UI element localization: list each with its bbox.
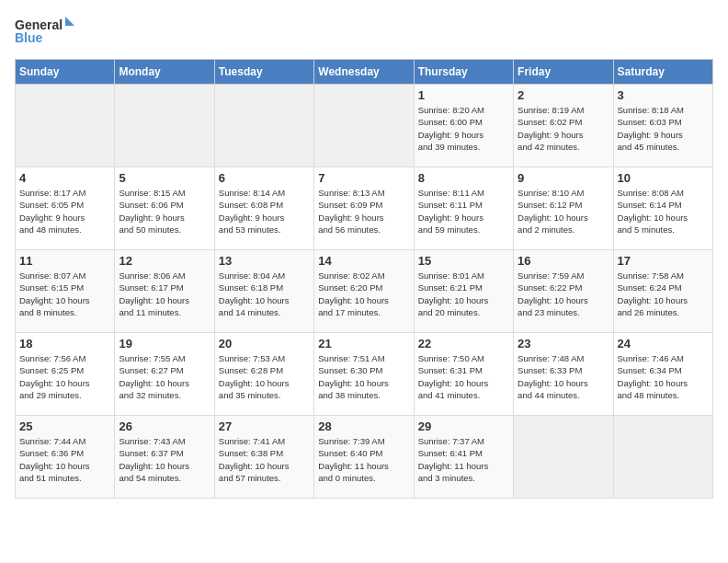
calendar-cell: 4Sunrise: 8:17 AM Sunset: 6:05 PM Daylig… [16,167,115,250]
day-info: Sunrise: 8:15 AM Sunset: 6:06 PM Dayligh… [119,187,210,236]
day-number: 28 [318,419,409,433]
day-info: Sunrise: 7:44 AM Sunset: 6:36 PM Dayligh… [19,435,110,484]
calendar-cell: 22Sunrise: 7:50 AM Sunset: 6:31 PM Dayli… [414,333,513,416]
calendar-cell [115,85,214,167]
calendar-cell: 23Sunrise: 7:48 AM Sunset: 6:33 PM Dayli… [514,333,613,416]
day-info: Sunrise: 7:39 AM Sunset: 6:40 PM Dayligh… [318,435,409,484]
day-number: 23 [518,337,609,350]
page-header: GeneralBlue [15,15,713,48]
calendar-cell: 8Sunrise: 8:11 AM Sunset: 6:11 PM Daylig… [414,167,513,250]
calendar-cell: 1Sunrise: 8:20 AM Sunset: 6:00 PM Daylig… [414,85,513,167]
day-number: 18 [19,337,110,350]
calendar-cell: 12Sunrise: 8:06 AM Sunset: 6:17 PM Dayli… [115,250,214,333]
calendar-week-4: 18Sunrise: 7:56 AM Sunset: 6:25 PM Dayli… [16,333,713,416]
day-info: Sunrise: 8:04 AM Sunset: 6:18 PM Dayligh… [219,270,310,318]
calendar-body: 1Sunrise: 8:20 AM Sunset: 6:00 PM Daylig… [16,85,713,499]
calendar-cell: 6Sunrise: 8:14 AM Sunset: 6:08 PM Daylig… [214,167,313,250]
calendar-cell: 16Sunrise: 7:59 AM Sunset: 6:22 PM Dayli… [514,250,613,333]
day-info: Sunrise: 8:02 AM Sunset: 6:20 PM Dayligh… [318,270,409,318]
day-number: 20 [219,337,310,350]
day-number: 24 [618,337,709,350]
calendar-cell [613,416,712,499]
day-number: 17 [618,254,709,268]
calendar-cell: 3Sunrise: 8:18 AM Sunset: 6:03 PM Daylig… [613,85,712,167]
calendar-cell: 2Sunrise: 8:19 AM Sunset: 6:02 PM Daylig… [514,85,613,167]
day-info: Sunrise: 7:48 AM Sunset: 6:33 PM Dayligh… [518,352,609,401]
calendar-cell: 24Sunrise: 7:46 AM Sunset: 6:34 PM Dayli… [613,333,712,416]
svg-marker-1 [65,17,74,26]
calendar-week-2: 4Sunrise: 8:17 AM Sunset: 6:05 PM Daylig… [16,167,713,250]
day-info: Sunrise: 8:11 AM Sunset: 6:11 PM Dayligh… [418,187,509,236]
day-number: 21 [318,337,409,350]
day-number: 15 [418,254,509,268]
calendar-cell: 21Sunrise: 7:51 AM Sunset: 6:30 PM Dayli… [314,333,414,416]
calendar-cell: 17Sunrise: 7:58 AM Sunset: 6:24 PM Dayli… [613,250,712,333]
calendar-cell: 5Sunrise: 8:15 AM Sunset: 6:06 PM Daylig… [115,167,214,250]
day-number: 9 [518,171,609,185]
day-number: 12 [119,254,210,268]
calendar-cell: 18Sunrise: 7:56 AM Sunset: 6:25 PM Dayli… [16,333,115,416]
calendar-week-1: 1Sunrise: 8:20 AM Sunset: 6:00 PM Daylig… [16,85,713,167]
day-number: 22 [418,337,509,350]
calendar-cell [16,85,115,167]
calendar-cell: 10Sunrise: 8:08 AM Sunset: 6:14 PM Dayli… [613,167,712,250]
day-number: 25 [19,419,110,433]
day-info: Sunrise: 7:56 AM Sunset: 6:25 PM Dayligh… [19,352,110,401]
calendar-cell: 25Sunrise: 7:44 AM Sunset: 6:36 PM Dayli… [16,416,115,499]
logo-svg: GeneralBlue [15,15,79,48]
day-number: 3 [618,88,709,102]
calendar-cell [214,85,313,167]
calendar-week-3: 11Sunrise: 8:07 AM Sunset: 6:15 PM Dayli… [16,250,713,333]
day-info: Sunrise: 7:53 AM Sunset: 6:28 PM Dayligh… [219,352,310,401]
day-number: 14 [318,254,409,268]
day-header-tuesday: Tuesday [214,60,313,85]
day-number: 8 [418,171,509,185]
day-info: Sunrise: 7:46 AM Sunset: 6:34 PM Dayligh… [618,352,709,401]
day-info: Sunrise: 8:06 AM Sunset: 6:17 PM Dayligh… [119,270,210,318]
day-info: Sunrise: 8:18 AM Sunset: 6:03 PM Dayligh… [618,104,709,153]
day-number: 10 [618,171,709,185]
calendar-cell: 7Sunrise: 8:13 AM Sunset: 6:09 PM Daylig… [314,167,414,250]
calendar-table: SundayMondayTuesdayWednesdayThursdayFrid… [15,59,713,499]
day-header-thursday: Thursday [414,60,513,85]
calendar-header-row: SundayMondayTuesdayWednesdayThursdayFrid… [16,60,713,85]
day-number: 26 [119,419,210,433]
day-info: Sunrise: 8:19 AM Sunset: 6:02 PM Dayligh… [518,104,609,153]
calendar-cell: 28Sunrise: 7:39 AM Sunset: 6:40 PM Dayli… [314,416,414,499]
day-info: Sunrise: 8:07 AM Sunset: 6:15 PM Dayligh… [19,270,110,318]
day-number: 1 [418,88,509,102]
day-info: Sunrise: 7:41 AM Sunset: 6:38 PM Dayligh… [219,435,310,484]
day-info: Sunrise: 8:13 AM Sunset: 6:09 PM Dayligh… [318,187,409,236]
day-number: 27 [219,419,310,433]
calendar-cell: 13Sunrise: 8:04 AM Sunset: 6:18 PM Dayli… [214,250,313,333]
calendar-cell: 29Sunrise: 7:37 AM Sunset: 6:41 PM Dayli… [414,416,513,499]
day-info: Sunrise: 7:59 AM Sunset: 6:22 PM Dayligh… [518,270,609,318]
day-number: 5 [119,171,210,185]
day-info: Sunrise: 7:43 AM Sunset: 6:37 PM Dayligh… [119,435,210,484]
day-header-saturday: Saturday [613,60,712,85]
svg-text:Blue: Blue [15,30,43,45]
day-info: Sunrise: 7:51 AM Sunset: 6:30 PM Dayligh… [318,352,409,401]
day-number: 16 [518,254,609,268]
day-number: 11 [19,254,110,268]
calendar-cell: 9Sunrise: 8:10 AM Sunset: 6:12 PM Daylig… [514,167,613,250]
calendar-cell: 15Sunrise: 8:01 AM Sunset: 6:21 PM Dayli… [414,250,513,333]
day-info: Sunrise: 7:37 AM Sunset: 6:41 PM Dayligh… [418,435,509,484]
calendar-cell: 19Sunrise: 7:55 AM Sunset: 6:27 PM Dayli… [115,333,214,416]
calendar-cell: 20Sunrise: 7:53 AM Sunset: 6:28 PM Dayli… [214,333,313,416]
calendar-cell: 27Sunrise: 7:41 AM Sunset: 6:38 PM Dayli… [214,416,313,499]
calendar-cell [514,416,613,499]
day-info: Sunrise: 8:10 AM Sunset: 6:12 PM Dayligh… [518,187,609,236]
day-header-wednesday: Wednesday [314,60,414,85]
day-info: Sunrise: 7:55 AM Sunset: 6:27 PM Dayligh… [119,352,210,401]
day-info: Sunrise: 8:17 AM Sunset: 6:05 PM Dayligh… [19,187,110,236]
day-info: Sunrise: 8:14 AM Sunset: 6:08 PM Dayligh… [219,187,310,236]
day-number: 4 [19,171,110,185]
day-info: Sunrise: 7:50 AM Sunset: 6:31 PM Dayligh… [418,352,509,401]
day-header-sunday: Sunday [16,60,115,85]
day-info: Sunrise: 8:20 AM Sunset: 6:00 PM Dayligh… [418,104,509,153]
day-info: Sunrise: 7:58 AM Sunset: 6:24 PM Dayligh… [618,270,709,318]
day-number: 6 [219,171,310,185]
day-number: 29 [418,419,509,433]
day-number: 13 [219,254,310,268]
